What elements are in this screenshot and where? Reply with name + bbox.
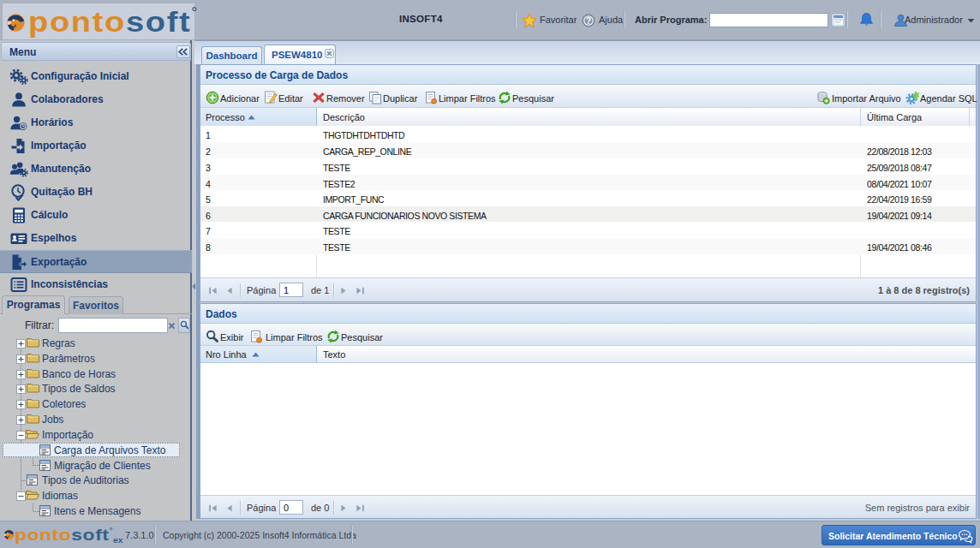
- svg-text:?: ?: [586, 16, 591, 26]
